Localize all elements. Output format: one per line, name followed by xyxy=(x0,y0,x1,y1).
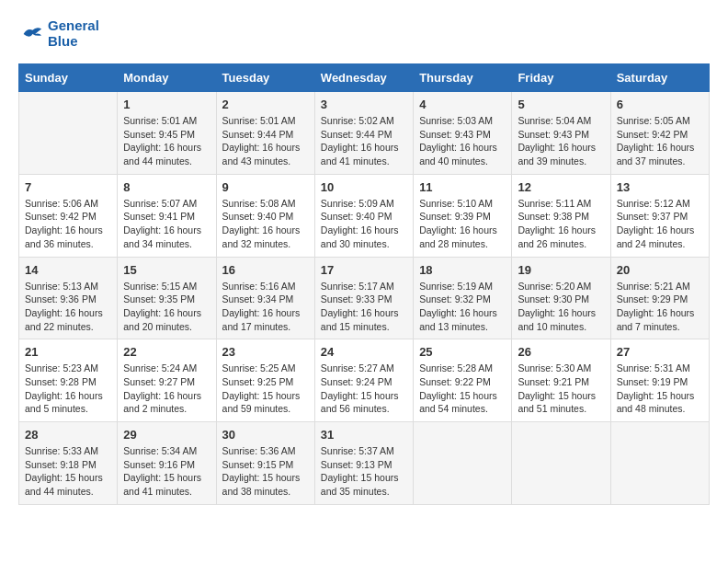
day-number: 24 xyxy=(321,345,407,359)
logo: General Blue xyxy=(18,18,99,49)
week-row-4: 21Sunrise: 5:23 AMSunset: 9:28 PMDayligh… xyxy=(19,339,710,422)
day-cell: 9Sunrise: 5:08 AMSunset: 9:40 PMDaylight… xyxy=(216,174,314,257)
day-number: 7 xyxy=(25,180,111,194)
day-cell: 26Sunrise: 5:30 AMSunset: 9:21 PMDayligh… xyxy=(512,339,610,422)
day-number: 20 xyxy=(617,263,703,277)
day-number: 4 xyxy=(419,98,506,111)
day-cell: 20Sunrise: 5:21 AMSunset: 9:29 PMDayligh… xyxy=(610,257,709,339)
week-row-2: 7Sunrise: 5:06 AMSunset: 9:42 PMDaylight… xyxy=(19,174,710,257)
day-number: 30 xyxy=(222,428,309,442)
day-info: Sunrise: 5:01 AMSunset: 9:44 PMDaylight:… xyxy=(222,114,309,168)
day-info: Sunrise: 5:33 AMSunset: 9:18 PMDaylight:… xyxy=(25,444,111,499)
day-cell: 25Sunrise: 5:28 AMSunset: 9:22 PMDayligh… xyxy=(414,339,512,422)
day-info: Sunrise: 5:09 AMSunset: 9:40 PMDaylight:… xyxy=(321,197,407,251)
day-cell: 23Sunrise: 5:25 AMSunset: 9:25 PMDayligh… xyxy=(216,339,314,422)
day-cell: 18Sunrise: 5:19 AMSunset: 9:32 PMDayligh… xyxy=(414,257,512,339)
day-number: 21 xyxy=(25,345,111,359)
day-number: 17 xyxy=(321,263,407,277)
day-cell: 30Sunrise: 5:36 AMSunset: 9:15 PMDayligh… xyxy=(216,422,314,505)
day-cell: 11Sunrise: 5:10 AMSunset: 9:39 PMDayligh… xyxy=(414,174,512,257)
weekday-header-sunday: Sunday xyxy=(19,64,118,92)
day-cell: 22Sunrise: 5:24 AMSunset: 9:27 PMDayligh… xyxy=(118,339,216,422)
day-info: Sunrise: 5:07 AMSunset: 9:41 PMDaylight:… xyxy=(123,197,210,251)
day-info: Sunrise: 5:19 AMSunset: 9:32 PMDaylight:… xyxy=(419,280,506,334)
weekday-header-saturday: Saturday xyxy=(610,64,709,92)
day-cell: 6Sunrise: 5:05 AMSunset: 9:42 PMDaylight… xyxy=(610,92,709,175)
calendar-table: SundayMondayTuesdayWednesdayThursdayFrid… xyxy=(18,63,710,505)
day-info: Sunrise: 5:28 AMSunset: 9:22 PMDaylight:… xyxy=(419,362,506,416)
day-info: Sunrise: 5:03 AMSunset: 9:43 PMDaylight:… xyxy=(419,114,506,168)
week-row-5: 28Sunrise: 5:33 AMSunset: 9:18 PMDayligh… xyxy=(19,422,710,505)
day-number: 12 xyxy=(518,180,604,194)
day-cell: 19Sunrise: 5:20 AMSunset: 9:30 PMDayligh… xyxy=(512,257,610,339)
day-cell: 28Sunrise: 5:33 AMSunset: 9:18 PMDayligh… xyxy=(19,422,118,505)
day-cell: 15Sunrise: 5:15 AMSunset: 9:35 PMDayligh… xyxy=(118,257,216,339)
day-number: 13 xyxy=(617,180,703,194)
day-info: Sunrise: 5:23 AMSunset: 9:28 PMDaylight:… xyxy=(25,362,111,416)
day-cell: 12Sunrise: 5:11 AMSunset: 9:38 PMDayligh… xyxy=(512,174,610,257)
day-number: 9 xyxy=(222,180,309,194)
day-number: 3 xyxy=(321,98,407,111)
day-info: Sunrise: 5:01 AMSunset: 9:45 PMDaylight:… xyxy=(123,114,210,168)
weekday-header-friday: Friday xyxy=(512,64,610,92)
day-number: 23 xyxy=(222,345,309,359)
day-info: Sunrise: 5:31 AMSunset: 9:19 PMDaylight:… xyxy=(617,362,703,416)
weekday-header-monday: Monday xyxy=(118,64,216,92)
day-info: Sunrise: 5:24 AMSunset: 9:27 PMDaylight:… xyxy=(123,362,210,416)
day-cell xyxy=(512,422,610,505)
day-number: 16 xyxy=(222,263,309,277)
day-cell: 2Sunrise: 5:01 AMSunset: 9:44 PMDaylight… xyxy=(216,92,314,175)
day-number: 6 xyxy=(617,98,703,111)
day-cell: 3Sunrise: 5:02 AMSunset: 9:44 PMDaylight… xyxy=(314,92,413,175)
day-number: 18 xyxy=(419,263,506,277)
day-info: Sunrise: 5:34 AMSunset: 9:16 PMDaylight:… xyxy=(123,444,210,499)
weekday-header-thursday: Thursday xyxy=(414,64,512,92)
day-info: Sunrise: 5:30 AMSunset: 9:21 PMDaylight:… xyxy=(518,362,604,416)
week-row-1: 1Sunrise: 5:01 AMSunset: 9:45 PMDaylight… xyxy=(19,92,710,175)
day-info: Sunrise: 5:02 AMSunset: 9:44 PMDaylight:… xyxy=(321,114,407,168)
weekday-header-tuesday: Tuesday xyxy=(216,64,314,92)
day-cell: 17Sunrise: 5:17 AMSunset: 9:33 PMDayligh… xyxy=(314,257,413,339)
weekday-header-row: SundayMondayTuesdayWednesdayThursdayFrid… xyxy=(19,64,710,92)
day-number: 26 xyxy=(518,345,604,359)
day-info: Sunrise: 5:21 AMSunset: 9:29 PMDaylight:… xyxy=(617,280,703,334)
day-info: Sunrise: 5:27 AMSunset: 9:24 PMDaylight:… xyxy=(321,362,407,416)
day-number: 11 xyxy=(419,180,506,194)
day-number: 19 xyxy=(518,263,604,277)
day-number: 27 xyxy=(617,345,703,359)
day-info: Sunrise: 5:16 AMSunset: 9:34 PMDaylight:… xyxy=(222,280,309,334)
day-number: 1 xyxy=(123,98,210,111)
day-info: Sunrise: 5:25 AMSunset: 9:25 PMDaylight:… xyxy=(222,362,309,416)
day-info: Sunrise: 5:05 AMSunset: 9:42 PMDaylight:… xyxy=(617,114,703,168)
day-number: 28 xyxy=(25,428,111,442)
day-cell xyxy=(610,422,709,505)
day-info: Sunrise: 5:06 AMSunset: 9:42 PMDaylight:… xyxy=(25,197,111,251)
day-cell: 4Sunrise: 5:03 AMSunset: 9:43 PMDaylight… xyxy=(414,92,512,175)
day-cell: 7Sunrise: 5:06 AMSunset: 9:42 PMDaylight… xyxy=(19,174,118,257)
day-number: 5 xyxy=(518,98,604,111)
day-cell: 24Sunrise: 5:27 AMSunset: 9:24 PMDayligh… xyxy=(314,339,413,422)
day-cell: 14Sunrise: 5:13 AMSunset: 9:36 PMDayligh… xyxy=(19,257,118,339)
weekday-header-wednesday: Wednesday xyxy=(314,64,413,92)
day-cell: 5Sunrise: 5:04 AMSunset: 9:43 PMDaylight… xyxy=(512,92,610,175)
day-cell: 10Sunrise: 5:09 AMSunset: 9:40 PMDayligh… xyxy=(314,174,413,257)
week-row-3: 14Sunrise: 5:13 AMSunset: 9:36 PMDayligh… xyxy=(19,257,710,339)
day-cell: 16Sunrise: 5:16 AMSunset: 9:34 PMDayligh… xyxy=(216,257,314,339)
day-number: 29 xyxy=(123,428,210,442)
day-number: 31 xyxy=(321,428,407,442)
day-number: 14 xyxy=(25,263,111,277)
day-cell: 31Sunrise: 5:37 AMSunset: 9:13 PMDayligh… xyxy=(314,422,413,505)
day-number: 10 xyxy=(321,180,407,194)
day-info: Sunrise: 5:36 AMSunset: 9:15 PMDaylight:… xyxy=(222,444,309,499)
day-info: Sunrise: 5:15 AMSunset: 9:35 PMDaylight:… xyxy=(123,280,210,334)
day-cell xyxy=(414,422,512,505)
day-info: Sunrise: 5:11 AMSunset: 9:38 PMDaylight:… xyxy=(518,197,604,251)
day-info: Sunrise: 5:08 AMSunset: 9:40 PMDaylight:… xyxy=(222,197,309,251)
day-number: 8 xyxy=(123,180,210,194)
day-cell xyxy=(19,92,118,175)
day-cell: 8Sunrise: 5:07 AMSunset: 9:41 PMDaylight… xyxy=(118,174,216,257)
day-info: Sunrise: 5:10 AMSunset: 9:39 PMDaylight:… xyxy=(419,197,506,251)
day-cell: 1Sunrise: 5:01 AMSunset: 9:45 PMDaylight… xyxy=(118,92,216,175)
day-info: Sunrise: 5:12 AMSunset: 9:37 PMDaylight:… xyxy=(617,197,703,251)
day-info: Sunrise: 5:17 AMSunset: 9:33 PMDaylight:… xyxy=(321,280,407,334)
